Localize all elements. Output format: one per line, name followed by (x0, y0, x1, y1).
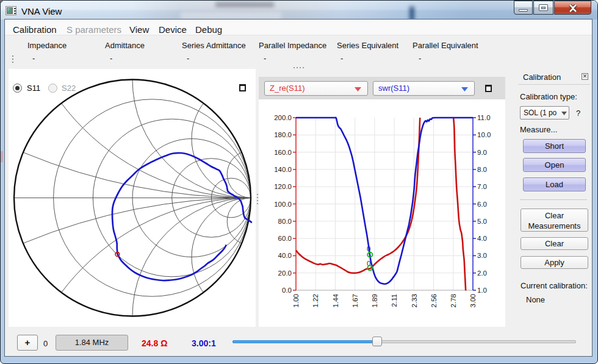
svg-text:4.0: 4.0 (477, 235, 487, 242)
svg-text:3.0: 3.0 (477, 252, 487, 259)
svg-text:40.0: 40.0 (278, 252, 292, 259)
svg-text:200.0: 200.0 (274, 114, 292, 121)
svg-text:1.89: 1.89 (371, 294, 378, 307)
svg-text:0.0: 0.0 (282, 287, 292, 294)
svg-text:7.0: 7.0 (477, 183, 487, 190)
svg-text:120.0: 120.0 (274, 183, 292, 190)
svg-text:2.33: 2.33 (411, 294, 418, 307)
svg-text:160.0: 160.0 (274, 149, 292, 156)
svg-text:1.67: 1.67 (351, 294, 359, 307)
svg-text:20.0: 20.0 (278, 269, 292, 277)
svg-text:1.0: 1.0 (477, 287, 487, 294)
svg-text:1.44: 1.44 (332, 293, 339, 307)
svg-text:2.11: 2.11 (391, 294, 398, 307)
svg-text:10.0: 10.0 (477, 131, 491, 138)
svg-text:1.00: 1.00 (292, 294, 300, 307)
svg-text:60.0: 60.0 (278, 235, 292, 242)
svg-text:5.0: 5.0 (477, 218, 487, 225)
svg-text:180.0: 180.0 (274, 131, 292, 138)
svg-text:9.0: 9.0 (477, 149, 487, 156)
svg-text:3.00: 3.00 (469, 294, 477, 307)
svg-text:8.0: 8.0 (477, 166, 487, 173)
svg-text:80.0: 80.0 (278, 218, 292, 225)
svg-text:140.0: 140.0 (274, 166, 292, 173)
svg-text:1.22: 1.22 (312, 294, 319, 307)
svg-text:2.78: 2.78 (450, 294, 457, 307)
svg-text:11.0: 11.0 (477, 114, 491, 121)
svg-text:100.0: 100.0 (274, 201, 292, 208)
svg-text:2.0: 2.0 (477, 269, 487, 277)
svg-text:2.56: 2.56 (430, 294, 438, 307)
svg-text:6.0: 6.0 (477, 201, 487, 208)
